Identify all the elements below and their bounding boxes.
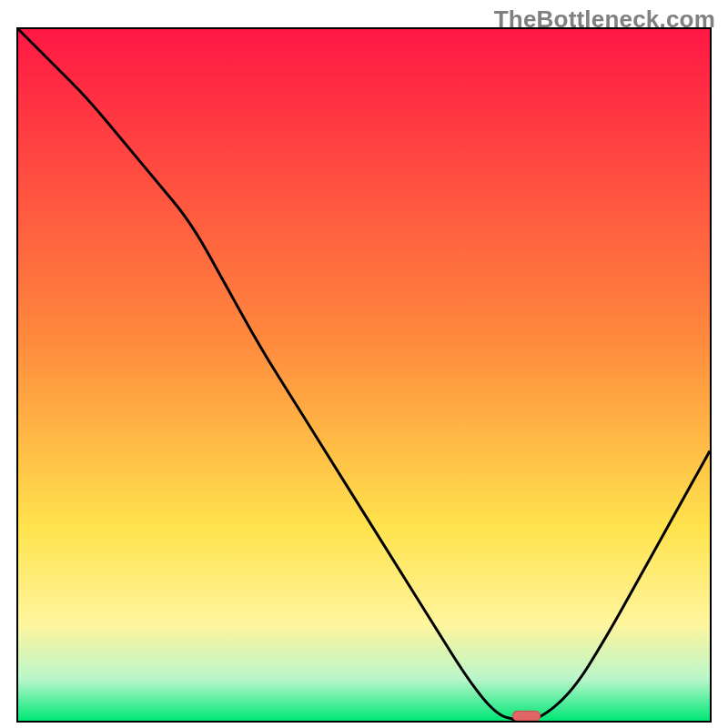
chart-frame [16, 27, 712, 723]
optimal-point-marker [512, 711, 540, 721]
gradient-background [18, 29, 710, 721]
chart-container: TheBottleneck.com [0, 0, 728, 728]
watermark-text: TheBottleneck.com [494, 5, 715, 34]
bottleneck-chart [18, 29, 710, 721]
